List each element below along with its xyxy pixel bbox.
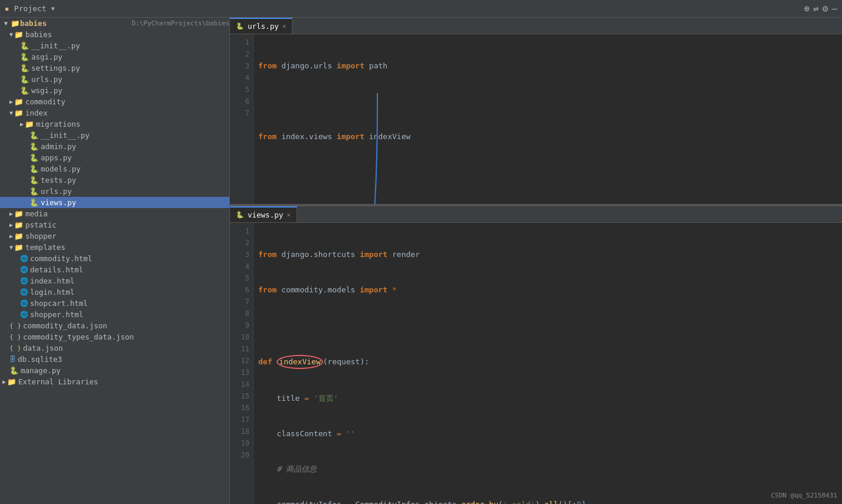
views-line-7: # 商品信息 bbox=[258, 463, 837, 475]
expand-arrow: ▶ bbox=[9, 233, 13, 239]
sidebar-item-init-index[interactable]: 🐍 __init__.py bbox=[0, 130, 229, 141]
line-num: 2 bbox=[230, 48, 253, 60]
sidebar-item-external-libs[interactable]: ▶ 📁 External Libraries bbox=[0, 376, 229, 387]
sidebar-item-shopcart-html[interactable]: 🌐 shopcart.html bbox=[0, 298, 229, 309]
sidebar-item-urls-babies[interactable]: 🐍 urls.py bbox=[0, 74, 229, 85]
lower-code-lines[interactable]: from django.shortcuts import render from… bbox=[254, 223, 842, 504]
line-num: 1 bbox=[230, 225, 253, 237]
top-bar-dropdown-icon[interactable]: ▼ bbox=[51, 5, 55, 12]
project-path: D:\PyCharmProjects\babies bbox=[131, 19, 229, 27]
top-bar-title: Project bbox=[14, 4, 47, 13]
json-file-icon: { } bbox=[9, 344, 21, 352]
expand-arrow: ▼ bbox=[1, 20, 11, 27]
html-file-icon: 🌐 bbox=[20, 266, 28, 274]
tab-close-button-lower[interactable]: ✕ bbox=[287, 211, 291, 219]
line-num: 18 bbox=[230, 426, 253, 437]
line-num: 9 bbox=[230, 319, 253, 331]
views-line-8: commodityInfos = CommodityInfos.objects.… bbox=[258, 499, 837, 504]
editor-area: 🐍 urls.py ✕ 1 2 3 4 5 6 7 fro bbox=[230, 18, 842, 504]
sidebar-item-apps[interactable]: 🐍 apps.py bbox=[0, 152, 229, 163]
sidebar: ▼ 📁 babies D:\PyCharmProjects\babies ▼ 📁… bbox=[0, 18, 230, 504]
folder-icon: 📁 bbox=[14, 108, 24, 117]
main-layout: ▼ 📁 babies D:\PyCharmProjects\babies ▼ 📁… bbox=[0, 18, 842, 504]
py-file-icon: 🐍 bbox=[20, 52, 29, 61]
sidebar-item-db-sqlite3[interactable]: 🗄 db.sqlite3 bbox=[0, 354, 229, 365]
db-file-icon: 🗄 bbox=[9, 355, 16, 363]
py-file-icon: 🐍 bbox=[29, 153, 39, 162]
sidebar-item-shopper[interactable]: ▶ 📁 shopper bbox=[0, 230, 229, 242]
sidebar-item-views[interactable]: 🐍 views.py bbox=[0, 197, 229, 208]
sidebar-root[interactable]: ▼ 📁 babies D:\PyCharmProjects\babies bbox=[0, 18, 229, 29]
views-line-2: from commodity.models import * bbox=[258, 284, 837, 296]
lower-code-content[interactable]: 1 2 3 4 5 6 7 8 9 10 11 12 13 14 15 16 1 bbox=[230, 223, 842, 504]
expand-arrow: ▼ bbox=[9, 31, 13, 38]
sidebar-item-migrations[interactable]: ▶ 📁 migrations bbox=[0, 118, 229, 130]
html-file-icon: 🌐 bbox=[20, 299, 28, 307]
tab-close-button[interactable]: ✕ bbox=[282, 22, 287, 30]
folder-icon: 📁 bbox=[14, 243, 24, 252]
sidebar-item-pstatic[interactable]: ▶ 📁 pstatic bbox=[0, 219, 229, 230]
folder-icon: 📁 bbox=[7, 377, 17, 386]
expand-arrow: ▶ bbox=[9, 222, 13, 228]
sidebar-item-tests[interactable]: 🐍 tests.py bbox=[0, 174, 229, 186]
add-icon[interactable]: ⊕ bbox=[804, 3, 810, 14]
line-num: 16 bbox=[230, 402, 253, 414]
code-line-3: from index.views import indexView bbox=[258, 131, 837, 143]
py-file-icon: 🐍 bbox=[29, 131, 39, 140]
sidebar-item-shopper-html[interactable]: 🌐 shopper.html bbox=[0, 309, 229, 320]
settings-icon[interactable]: ⚙ bbox=[823, 3, 828, 14]
views-line-5: title = '首页' bbox=[258, 393, 837, 404]
py-file-icon: 🐍 bbox=[29, 176, 39, 185]
sidebar-item-models[interactable]: 🐍 models.py bbox=[0, 163, 229, 174]
sidebar-item-babies-sub[interactable]: ▼ 📁 babies bbox=[0, 29, 229, 40]
top-bar: ▪ Project ▼ ⊕ ⇌ ⚙ — bbox=[0, 0, 842, 18]
sidebar-item-commodity-data-json[interactable]: { } commodity_data.json bbox=[0, 320, 229, 331]
sidebar-item-commodity-html[interactable]: 🌐 commodity.html bbox=[0, 253, 229, 264]
sidebar-item-asgi[interactable]: 🐍 asgi.py bbox=[0, 51, 229, 62]
expand-arrow: ▶ bbox=[2, 378, 6, 385]
sidebar-item-admin[interactable]: 🐍 admin.py bbox=[0, 141, 229, 152]
sidebar-item-index-html[interactable]: 🌐 index.html bbox=[0, 275, 229, 286]
upper-code-content[interactable]: 1 2 3 4 5 6 7 from django.urls import pa… bbox=[230, 34, 842, 204]
sidebar-item-commodity[interactable]: ▶ 📁 commodity bbox=[0, 96, 229, 107]
upper-code-lines[interactable]: from django.urls import path from index.… bbox=[254, 34, 842, 204]
tab-views-py[interactable]: 🐍 views.py ✕ bbox=[230, 206, 297, 222]
folder-icon: 📁 bbox=[11, 19, 20, 28]
sidebar-item-settings[interactable]: 🐍 settings.py bbox=[0, 62, 229, 74]
py-file-icon: 🐍 bbox=[20, 64, 29, 73]
project-folder-icon: ▪ bbox=[5, 4, 9, 13]
code-line-5: urlpatterns = [ bbox=[258, 202, 837, 204]
sidebar-item-wsgi[interactable]: 🐍 wsgi.py bbox=[0, 85, 229, 96]
sidebar-item-media[interactable]: ▶ 📁 media bbox=[0, 208, 229, 219]
sidebar-item-init-py[interactable]: 🐍 __init__.py bbox=[0, 40, 229, 51]
sidebar-item-details-html[interactable]: 🌐 details.html bbox=[0, 264, 229, 275]
py-file-icon: 🐍 bbox=[29, 187, 39, 196]
sidebar-item-login-html[interactable]: 🌐 login.html bbox=[0, 286, 229, 298]
minimize-icon[interactable]: — bbox=[831, 3, 837, 14]
sidebar-item-commodity-types-json[interactable]: { } commodity_types_data.json bbox=[0, 331, 229, 342]
json-file-icon: { } bbox=[9, 333, 21, 341]
sidebar-item-manage-py[interactable]: 🐍 manage.py bbox=[0, 365, 229, 376]
sidebar-item-index[interactable]: ▼ 📁 index bbox=[0, 107, 229, 118]
layout-icon[interactable]: ⇌ bbox=[813, 3, 819, 14]
py-file-icon: 🐍 bbox=[29, 142, 39, 151]
upper-line-numbers: 1 2 3 4 5 6 7 bbox=[230, 34, 254, 204]
upper-tab-bar: 🐍 urls.py ✕ bbox=[230, 18, 842, 34]
folder-icon: 📁 bbox=[25, 120, 34, 129]
line-num: 8 bbox=[230, 308, 253, 319]
views-line-6: classContent = '' bbox=[258, 428, 837, 440]
py-file-icon: 🐍 bbox=[9, 366, 19, 375]
sidebar-item-urls-index[interactable]: 🐍 urls.py bbox=[0, 186, 229, 197]
folder-icon: 📁 bbox=[14, 232, 24, 241]
tab-urls-py[interactable]: 🐍 urls.py ✕ bbox=[230, 18, 292, 34]
lower-editor-panel: 🐍 views.py ✕ 1 2 3 4 5 6 7 8 9 10 bbox=[230, 206, 842, 504]
html-file-icon: 🌐 bbox=[20, 255, 28, 262]
line-num: 7 bbox=[230, 296, 253, 308]
py-file-icon: 🐍 bbox=[20, 75, 29, 84]
line-num: 4 bbox=[230, 261, 253, 272]
views-line-1: from django.shortcuts import render bbox=[258, 249, 837, 261]
sidebar-item-data-json[interactable]: { } data.json bbox=[0, 342, 229, 354]
sidebar-item-templates[interactable]: ▼ 📁 templates bbox=[0, 242, 229, 253]
code-line-1: from django.urls import path bbox=[258, 60, 837, 72]
views-line-3 bbox=[258, 319, 837, 331]
